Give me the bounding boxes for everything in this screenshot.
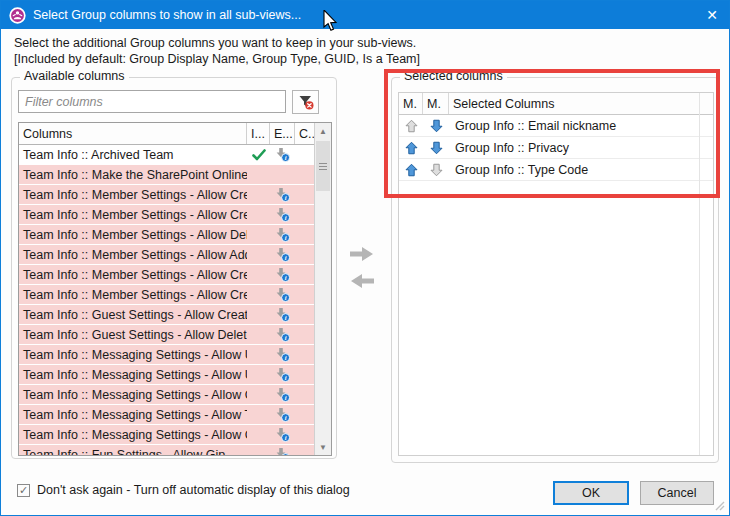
available-column-row[interactable]: Team Info :: Messaging Settings - Allow … — [19, 405, 314, 425]
info-badge-icon: i — [275, 187, 290, 202]
available-column-row[interactable]: Team Info :: Guest Settings - Allow Dele… — [19, 325, 314, 345]
extra-cell: i — [270, 387, 295, 402]
available-column-row[interactable]: Team Info :: Member Settings - Allow Cre… — [19, 285, 314, 305]
extra-cell: i — [270, 307, 295, 322]
column-label: Team Info :: Messaging Settings - Allow … — [19, 388, 247, 402]
available-column-row[interactable]: Team Info :: Messaging Settings - Allow … — [19, 385, 314, 405]
move-up-cell[interactable] — [399, 163, 423, 177]
svg-text:i: i — [285, 374, 287, 381]
extra-cell: i — [270, 347, 295, 362]
info-badge-icon: i — [275, 367, 290, 382]
dont-ask-row: ✓ Don't ask again - Turn off automatic d… — [17, 483, 350, 497]
available-column-row[interactable]: Team Info :: Messaging Settings - Allow … — [19, 345, 314, 365]
scrollbar-gutter-line — [699, 93, 700, 455]
info-badge-icon: i — [275, 307, 290, 322]
svg-text:i: i — [285, 274, 287, 281]
move-down-icon[interactable] — [430, 119, 443, 133]
close-button[interactable]: ✕ — [695, 1, 729, 29]
available-column-row[interactable]: Team Info :: Archived Teami — [19, 145, 314, 165]
available-column-row[interactable]: Team Info :: Member Settings - Allow Cre… — [19, 185, 314, 205]
info-badge-icon: i — [275, 387, 290, 402]
header-selected-columns[interactable]: Selected Columns — [449, 93, 700, 114]
move-down-icon[interactable] — [430, 141, 443, 155]
available-column-row[interactable]: Team Info :: Make the SharePoint Online … — [19, 165, 314, 185]
available-rows: Team Info :: Archived TeamiTeam Info :: … — [19, 145, 314, 455]
available-column-row[interactable]: Team Info :: Fun Settings - Allow Gipi — [19, 445, 314, 455]
move-up-cell[interactable] — [399, 141, 423, 155]
info-badge-icon: i — [275, 287, 290, 302]
column-label: Team Info :: Member Settings - Allow Cre… — [19, 288, 247, 302]
vertical-scrollbar[interactable]: ▲ ▼ — [314, 123, 331, 455]
available-column-row[interactable]: Team Info :: Messaging Settings - Allow … — [19, 365, 314, 385]
available-column-row[interactable]: Team Info :: Member Settings - Allow Cre… — [19, 265, 314, 285]
move-up-cell[interactable] — [399, 119, 423, 133]
extra-cell: i — [270, 367, 295, 382]
resize-grip[interactable] — [714, 500, 726, 512]
header-extra[interactable]: E... — [270, 123, 295, 144]
window-title: Select Group columns to show in all sub-… — [33, 8, 301, 22]
header-included[interactable]: I... — [247, 123, 270, 144]
available-column-row[interactable]: Team Info :: Member Settings - Allow Cre… — [19, 205, 314, 225]
column-label: Team Info :: Guest Settings - Allow Crea… — [19, 308, 247, 322]
intro-line-1: Select the additional Group columns you … — [14, 35, 420, 51]
svg-text:i: i — [285, 354, 287, 361]
svg-text:i: i — [285, 454, 287, 455]
column-label: Team Info :: Messaging Settings - Allow … — [19, 428, 247, 442]
move-down-cell[interactable] — [423, 163, 449, 177]
move-down-icon[interactable] — [430, 163, 443, 177]
move-left-button[interactable] — [346, 271, 378, 291]
selected-column-row[interactable]: Group Info :: Type Code — [399, 159, 713, 181]
selected-rows: Group Info :: Email nicknameGroup Info :… — [399, 115, 713, 181]
available-columns-group: Available columns Columns I... E... C.. … — [11, 77, 337, 459]
titlebar: Select Group columns to show in all sub-… — [1, 1, 729, 29]
move-right-button[interactable] — [346, 244, 378, 264]
svg-text:i: i — [285, 334, 287, 341]
available-column-row[interactable]: Team Info :: Member Settings - Allow Add… — [19, 245, 314, 265]
scroll-down-icon[interactable]: ▼ — [315, 439, 331, 455]
included-cell — [247, 149, 270, 161]
selected-columns-table: M. M. Selected Columns Group Info :: Ema… — [398, 92, 714, 456]
extra-cell: i — [270, 407, 295, 422]
check-icon — [252, 149, 266, 161]
ok-button[interactable]: OK — [553, 481, 629, 505]
svg-text:i: i — [285, 314, 287, 321]
filter-columns-input[interactable] — [18, 90, 286, 113]
clear-filter-button[interactable] — [292, 90, 319, 114]
app-icon — [9, 7, 26, 24]
move-up-icon[interactable] — [405, 119, 418, 133]
svg-text:i: i — [285, 414, 287, 421]
info-badge-icon: i — [275, 447, 290, 455]
column-label: Team Info :: Guest Settings - Allow Dele… — [19, 328, 247, 342]
column-label: Team Info :: Messaging Settings - Allow … — [19, 368, 247, 382]
header-columns[interactable]: Columns — [19, 123, 247, 144]
dont-ask-checkbox[interactable]: ✓ — [17, 484, 30, 497]
info-badge-icon: i — [275, 347, 290, 362]
header-move-down[interactable]: M. — [423, 93, 449, 114]
move-down-cell[interactable] — [423, 119, 449, 133]
info-badge-icon: i — [275, 327, 290, 342]
header-custom[interactable]: C.. — [295, 123, 314, 144]
available-column-row[interactable]: Team Info :: Member Settings - Allow Del… — [19, 225, 314, 245]
available-column-row[interactable]: Team Info :: Messaging Settings - Allow … — [19, 425, 314, 445]
move-down-cell[interactable] — [423, 141, 449, 155]
scroll-up-icon[interactable]: ▲ — [315, 123, 331, 139]
selected-column-row[interactable]: Group Info :: Privacy — [399, 137, 713, 159]
extra-cell: i — [270, 247, 295, 262]
scrollbar-thumb[interactable] — [316, 141, 330, 191]
available-column-row[interactable]: Team Info :: Guest Settings - Allow Crea… — [19, 305, 314, 325]
cancel-button[interactable]: Cancel — [640, 481, 714, 505]
extra-cell: i — [270, 147, 295, 162]
extra-cell: i — [270, 327, 295, 342]
extra-cell: i — [270, 427, 295, 442]
move-up-icon[interactable] — [405, 163, 418, 177]
dont-ask-label: Don't ask again - Turn off automatic dis… — [37, 483, 350, 497]
move-up-icon[interactable] — [405, 141, 418, 155]
extra-cell: i — [270, 187, 295, 202]
svg-text:i: i — [285, 394, 287, 401]
header-move-up[interactable]: M. — [399, 93, 423, 114]
info-badge-icon: i — [275, 407, 290, 422]
selected-table-header: M. M. Selected Columns — [399, 93, 713, 115]
selected-column-row[interactable]: Group Info :: Email nickname — [399, 115, 713, 137]
extra-cell: i — [270, 287, 295, 302]
column-label: Team Info :: Messaging Settings - Allow … — [19, 408, 247, 422]
